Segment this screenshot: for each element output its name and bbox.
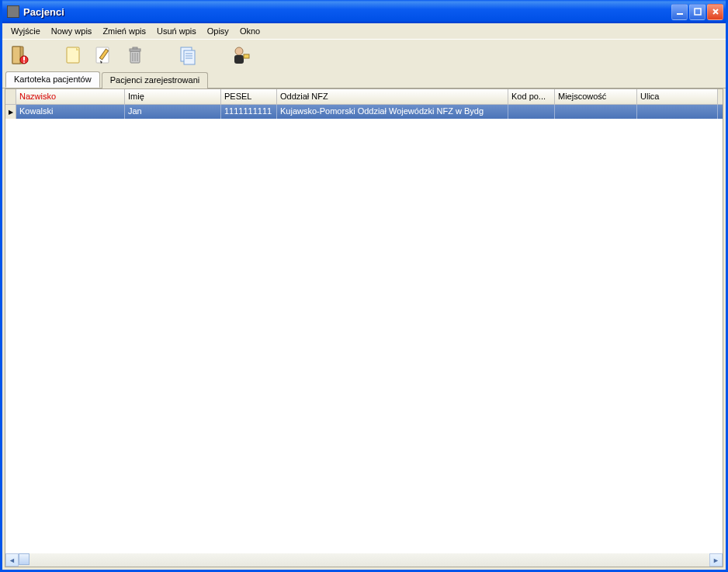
column-pesel[interactable]: PESEL [221,89,277,104]
svg-point-6 [23,61,25,63]
person-icon [230,44,251,66]
minimize-button[interactable] [671,4,688,20]
column-kod[interactable]: Kod po... [508,89,555,104]
maximize-icon [694,8,702,16]
new-entry-icon [62,44,84,66]
row-indicator [5,105,16,119]
svg-rect-0 [677,13,683,15]
cell-imie[interactable]: Jan [125,105,221,119]
menu-delete[interactable]: Usuń wpis [151,25,202,37]
row-indicator-header [5,89,16,104]
close-button[interactable] [707,4,723,20]
toolbar-edit-button[interactable] [91,41,117,69]
grid-body[interactable]: Kowalski Jan 1111111111 Kujawsko-Pomorsk… [5,105,723,553]
minimize-icon [676,8,684,16]
scroll-track[interactable] [19,553,709,567]
descriptions-icon [177,44,199,66]
window-controls [671,4,723,20]
content-area: Nazwisko Imię PESEL Oddział NFZ Kod po..… [5,88,723,567]
scroll-left-button[interactable]: ◄ [5,553,19,567]
exit-icon [9,44,31,66]
toolbar-new-button[interactable] [60,41,86,69]
svg-rect-19 [184,50,195,64]
svg-rect-3 [12,47,20,64]
app-window: Pacjenci Wyjście Nowy wpis Zmień wpis Us… [0,0,728,572]
cell-nazwisko[interactable]: Kowalski [16,105,125,119]
menu-edit[interactable]: Zmień wpis [97,25,151,37]
column-nazwisko[interactable]: Nazwisko [16,89,125,104]
tab-registered-patients[interactable]: Pacjenci zarejestrowani [102,72,209,88]
scroll-thumb[interactable] [19,553,29,565]
menubar: Wyjście Nowy wpis Zmień wpis Usuń wpis O… [2,23,726,40]
toolbar-person-button[interactable] [227,41,254,69]
column-imie[interactable]: Imię [125,89,221,104]
svg-rect-5 [23,57,25,61]
svg-rect-24 [234,55,244,64]
app-icon [7,5,19,18]
window-title: Pacjenci [23,6,671,18]
grid-header: Nazwisko Imię PESEL Oddział NFZ Kod po..… [5,89,723,105]
edit-entry-icon [93,44,115,66]
delete-entry-icon [124,44,146,66]
svg-rect-1 [695,9,701,15]
column-oddzial[interactable]: Oddział NFZ [277,89,508,104]
menu-window[interactable]: Okno [234,25,265,37]
scroll-right-button[interactable]: ► [709,553,723,567]
close-icon [712,8,719,16]
menu-new[interactable]: Nowy wpis [46,25,98,37]
table-row[interactable]: Kowalski Jan 1111111111 Kujawsko-Pomorsk… [5,105,723,119]
horizontal-scrollbar[interactable]: ◄ ► [5,553,723,567]
tabbar: Kartoteka pacjentów Pacjenci zarejestrow… [2,71,726,88]
cell-ulica[interactable] [637,105,718,119]
cell-pesel[interactable]: 1111111111 [221,105,277,119]
column-miejscowosc[interactable]: Miejscowość [555,89,637,104]
tab-patient-records[interactable]: Kartoteka pacjentów [5,71,100,88]
cell-oddzial[interactable]: Kujawsko-Pomorski Oddział Wojewódzki NFZ… [277,105,508,119]
cell-miejscowosc[interactable] [555,105,637,119]
svg-point-23 [235,47,243,55]
maximize-button[interactable] [689,4,705,20]
menu-descriptions[interactable]: Opisy [202,25,234,37]
toolbar-descriptions-button[interactable] [175,41,201,69]
svg-rect-25 [244,54,249,58]
toolbar-exit-button[interactable] [7,41,33,69]
menu-exit[interactable]: Wyjście [5,25,46,37]
toolbar-delete-button[interactable] [122,41,148,69]
cell-kod[interactable] [508,105,555,119]
titlebar: Pacjenci [2,0,726,23]
toolbar [2,40,726,71]
svg-rect-14 [133,47,137,49]
column-ulica[interactable]: Ulica [637,89,718,104]
